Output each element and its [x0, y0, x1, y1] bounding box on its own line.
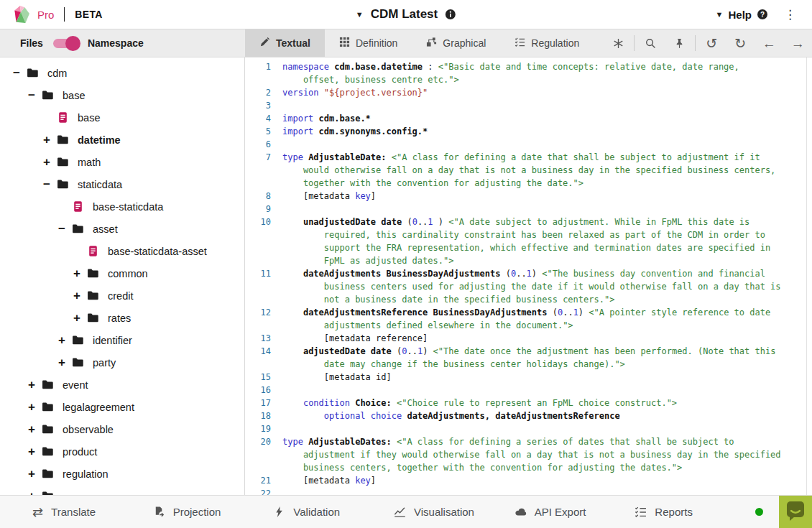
tree-item-base[interactable]: −base: [0, 84, 244, 106]
expand-icon[interactable]: +: [68, 289, 86, 303]
expand-icon[interactable]: +: [22, 422, 41, 437]
tab-graphical[interactable]: Graphical: [412, 29, 500, 57]
tree-item-base-staticdata-asset[interactable]: base-staticdata-asset: [0, 240, 244, 262]
tree-item-asset[interactable]: −asset: [0, 218, 244, 240]
folder-icon: [41, 423, 55, 435]
validation-button[interactable]: Validation: [273, 506, 394, 518]
tree-item-label: identifier: [93, 335, 132, 346]
brand: Pro BETA: [0, 5, 103, 24]
tree-item-regulation[interactable]: +regulation: [0, 463, 244, 485]
expand-icon[interactable]: +: [68, 267, 86, 281]
tree-item-label: staticdata: [78, 179, 122, 190]
chat-widget-button[interactable]: [779, 496, 812, 528]
visualisation-button[interactable]: Visualisation: [394, 506, 515, 518]
code-line: 6: [245, 138, 812, 151]
kebab-menu-icon[interactable]: ⋮: [781, 7, 799, 22]
translate-button[interactable]: ⇄Translate: [32, 506, 153, 519]
expand-icon[interactable]: +: [52, 333, 71, 348]
tree-item-label: base: [63, 90, 85, 101]
tree-item-datetime[interactable]: +datetime: [0, 129, 244, 151]
tab-label: Textual: [276, 37, 310, 49]
tree-item-math[interactable]: +math: [0, 151, 244, 173]
tab-definition[interactable]: Definition: [325, 29, 412, 57]
tab-textual[interactable]: Textual: [245, 29, 325, 57]
code-line: 2version "${project.version}": [245, 86, 812, 99]
projection-button[interactable]: Projection: [153, 506, 274, 518]
line-number: 16: [245, 384, 282, 397]
tree-item-base-staticdata[interactable]: base-staticdata: [0, 195, 244, 218]
tab-regulation[interactable]: Regulation: [500, 29, 594, 57]
tree-item-label: base: [78, 112, 100, 124]
line-number: 4: [245, 112, 282, 125]
folder-icon: [86, 290, 100, 302]
code-line: 5import cdm.synonyms.config.*: [245, 125, 812, 138]
undo-icon[interactable]: ↺: [697, 29, 726, 57]
tree-item-label: credit: [108, 290, 133, 302]
arrow-left-icon[interactable]: ←: [755, 29, 783, 57]
line-number: 14: [245, 345, 282, 371]
expand-icon[interactable]: +: [68, 311, 86, 325]
code-editor[interactable]: 1namespace cdm.base.datetime : <"Basic d…: [245, 57, 812, 495]
line-number: 8: [245, 190, 282, 203]
expand-icon[interactable]: +: [37, 155, 56, 170]
footer-item-label: Translate: [51, 506, 96, 518]
validation-icon: [273, 506, 285, 518]
redo-icon[interactable]: ↻: [726, 29, 755, 57]
brand-divider: [64, 7, 65, 22]
collapse-icon[interactable]: −: [52, 222, 71, 236]
collapse-icon[interactable]: −: [22, 88, 41, 103]
expand-icon[interactable]: +: [37, 133, 56, 147]
editor-tabs: TextualDefinitionGraphicalRegulation: [245, 29, 594, 57]
pin-icon[interactable]: [665, 29, 693, 57]
document-switcher[interactable]: ▼ CDM Latest: [356, 7, 456, 22]
asterisk-icon[interactable]: [604, 29, 632, 57]
tree-item-label: party: [93, 357, 116, 369]
tree-item-event[interactable]: +event: [0, 374, 244, 396]
tree-item-base[interactable]: base: [0, 106, 244, 129]
tree-item-label: common: [108, 268, 148, 279]
expand-icon[interactable]: +: [22, 400, 41, 414]
code-line: 20type AdjustableDates: <"A class for de…: [245, 435, 812, 474]
expand-icon[interactable]: +: [22, 489, 41, 496]
tree-item-legalagreement[interactable]: +legalagreement: [0, 396, 244, 418]
search-icon[interactable]: [636, 29, 665, 57]
status-indicator: [755, 508, 763, 516]
tree-item-label: datetime: [78, 134, 121, 146]
tree-item-common[interactable]: +common: [0, 262, 244, 284]
graph-icon: [426, 37, 437, 50]
tree-item-product[interactable]: +product: [0, 440, 244, 463]
files-namespace-toggle[interactable]: [53, 39, 78, 48]
code-line: 14adjustedDate date (0..1) <"The date on…: [245, 345, 812, 371]
tree-item-party[interactable]: +party: [0, 351, 244, 374]
expand-icon[interactable]: +: [22, 467, 41, 481]
tree-item-rates[interactable]: +rates: [0, 307, 244, 329]
expand-icon[interactable]: +: [22, 378, 41, 392]
expand-icon[interactable]: +: [52, 356, 71, 370]
footer-item-label: Visualisation: [414, 506, 474, 518]
arrow-right-icon[interactable]: →: [783, 29, 812, 57]
reports-button[interactable]: Reports: [635, 506, 755, 518]
editor-scrollbar[interactable]: [806, 57, 812, 495]
collapse-icon[interactable]: −: [37, 177, 56, 192]
expand-icon[interactable]: +: [22, 445, 41, 459]
tree-item-staticdata[interactable]: −staticdata: [0, 173, 244, 195]
tree-item-identifier[interactable]: +identifier: [0, 329, 244, 351]
projection-icon: [153, 506, 165, 518]
tree-item-cdm[interactable]: −cdm: [0, 62, 244, 84]
tree-item-observable[interactable]: +observable: [0, 418, 244, 440]
api-export-button[interactable]: API Export: [515, 506, 635, 518]
help-menu[interactable]: ▼ Help ?: [716, 9, 768, 21]
code-line: 15[metadata id]: [245, 371, 812, 384]
tree-item-label: cdm: [47, 68, 67, 79]
collapse-icon[interactable]: −: [7, 66, 26, 80]
tree-item[interactable]: +: [0, 485, 244, 495]
files-label: Files: [20, 37, 43, 49]
tree-item-credit[interactable]: +credit: [0, 284, 244, 307]
tree-item-label: legalagreement: [63, 402, 134, 413]
line-number: 19: [245, 422, 282, 435]
code-line: 16: [245, 384, 812, 397]
help-label: Help: [728, 9, 752, 21]
info-icon[interactable]: [445, 9, 456, 20]
folder-icon: [71, 223, 85, 235]
folder-icon: [71, 356, 85, 369]
